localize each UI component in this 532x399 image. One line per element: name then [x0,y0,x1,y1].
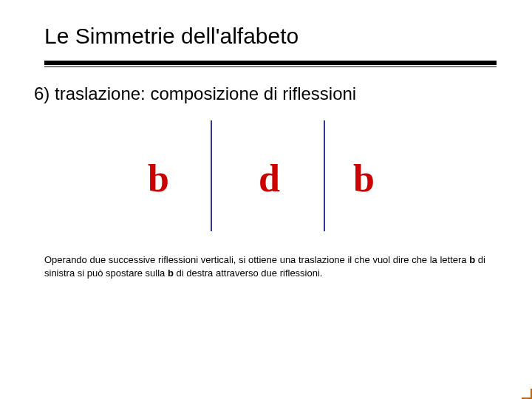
letter-b-left: b [148,160,169,198]
letter-b-right: b [353,160,375,198]
letter-d-middle: d [259,160,280,198]
caption-bold-b1: b [469,254,475,265]
slide: Le Simmetrie dell'alfabeto 6) traslazion… [0,0,532,399]
corner-accent-icon [522,389,532,399]
caption-part1: Operando due successive riflessioni vert… [44,254,469,265]
reflection-diagram: b d b [44,119,497,245]
section-heading: 6) traslazione: composizione di riflessi… [34,83,497,104]
caption-part3: di destra attraverso due riflessioni. [174,267,323,279]
caption-text: Operando due successive riflessioni vert… [44,253,497,279]
divider-thin [44,66,497,67]
page-title: Le Simmetrie dell'alfabeto [44,24,497,49]
mirror-line-1 [211,120,212,231]
mirror-line-2 [324,120,325,231]
caption-bold-b2: b [168,267,174,279]
divider-thick [44,61,497,65]
